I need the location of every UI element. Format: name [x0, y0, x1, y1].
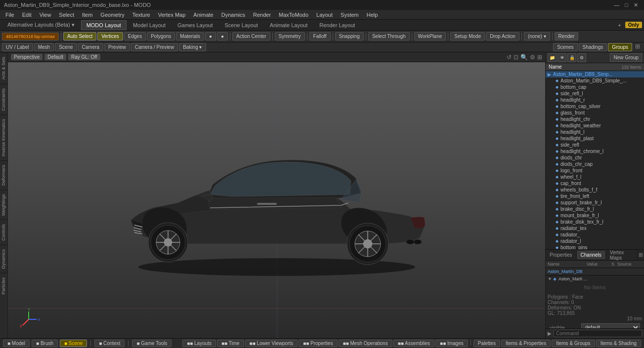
controls-tab[interactable]: Controls [0, 220, 7, 245]
menu-item-file[interactable]: File [2, 11, 18, 19]
menu-item-animate[interactable]: Animate [190, 11, 216, 19]
settings-view-icon[interactable]: ⚙ [530, 54, 535, 61]
visible-select[interactable]: default [581, 323, 640, 328]
tree-item-10[interactable]: ◆side_refl [546, 142, 644, 148]
command-input[interactable] [554, 330, 642, 337]
deformers-tab[interactable]: Deformers [0, 160, 7, 190]
constraints-tab[interactable]: Constraints [0, 84, 7, 115]
mesh-tab[interactable]: Mesh [34, 43, 54, 51]
tree-item-23[interactable]: ◆radiator_tex [546, 225, 644, 232]
menu-item-dynamics[interactable]: Dynamics [218, 11, 249, 19]
workplane-btn[interactable]: WorkPlane [414, 32, 446, 40]
scene-tab[interactable]: Scene [55, 43, 77, 51]
add-layout-btn[interactable]: + [616, 22, 623, 28]
mesh-ops-tab[interactable]: ■■ Mesh Operations [339, 340, 392, 347]
rp-settings-icon[interactable]: ⚙ [577, 53, 586, 62]
menu-item-vertex-map[interactable]: Vertex Map [155, 11, 189, 19]
menu-item-select[interactable]: Select [55, 11, 78, 19]
expand-icon[interactable]: ⊞ [633, 43, 642, 51]
acts-sets-tab[interactable]: Acts & Sets [0, 52, 7, 84]
rp-folder-icon[interactable]: 📁 [548, 53, 557, 62]
symmetry-btn[interactable]: Symmetry [275, 32, 305, 40]
channel-root-row[interactable]: Aston_Martin_DB [546, 268, 644, 275]
tree-item-7[interactable]: ◆headlight_weather [546, 122, 644, 129]
layouts-tab[interactable]: ■■ Layouts [182, 340, 216, 347]
dot1-btn[interactable]: ● [205, 32, 216, 40]
render-btn[interactable]: Render [555, 32, 579, 40]
tree-item-8[interactable]: ◆headlight_l [546, 129, 644, 135]
tree-item-0[interactable]: ◆Aston_Martin_DB9_Simple_... [546, 77, 644, 84]
layout-tab-render[interactable]: Render Layout [314, 20, 360, 30]
maximize-btn[interactable]: □ [625, 2, 628, 8]
layout-tab-scene[interactable]: Scene Layout [219, 20, 263, 30]
tree-item-24[interactable]: ◆radiator_ [546, 232, 644, 238]
menu-item-edit[interactable]: Edit [19, 11, 35, 19]
3d-viewport[interactable]: X Y Z [8, 62, 545, 338]
menu-item-geometry[interactable]: Geometry [97, 11, 128, 19]
group-expand-icon[interactable]: ▼ [548, 276, 552, 281]
reset-view-icon[interactable]: ↺ [507, 54, 512, 61]
layout-tab-modo[interactable]: MODO Layout [81, 20, 127, 30]
fit-view-icon[interactable]: ⊡ [514, 54, 518, 61]
menu-item-texture[interactable]: Texture [129, 11, 154, 19]
tree-item-25[interactable]: ◆radiator_l [546, 238, 644, 244]
menu-item-layout[interactable]: Layout [313, 11, 336, 19]
inverse-kinematics-tab[interactable]: Inverse Kinematics [0, 115, 7, 160]
snapping-btn[interactable]: Snapping [335, 32, 364, 40]
vertex-maps-tab[interactable]: Vertex Maps [606, 248, 638, 262]
game-tools-tab[interactable]: ■ Game Tools [132, 340, 172, 347]
items-groups-tab[interactable]: Items & Groups [552, 340, 595, 347]
expand-view-icon[interactable]: ⊞ [537, 54, 542, 61]
menu-item-view[interactable]: View [36, 11, 55, 19]
tree-item-12[interactable]: ◆diods_chr [546, 155, 644, 161]
perspective-tab[interactable]: Perspective [11, 54, 43, 60]
default-tab[interactable]: Default [44, 54, 66, 60]
setup-mode-btn[interactable]: Setup Mode [450, 32, 485, 40]
new-group-btn[interactable]: New Group [610, 53, 642, 62]
images-tab[interactable]: ■■ Images [435, 340, 468, 347]
menu-item-item[interactable]: Item [79, 11, 96, 19]
tree-item-21[interactable]: ◆mount_brake_fr_l [546, 212, 644, 219]
tree-item-18[interactable]: ◆tire_front_left [546, 193, 644, 199]
assemblies-tab[interactable]: ■■ Assemblies [393, 340, 434, 347]
menu-item-maxtomodo[interactable]: MaxToModo [275, 11, 312, 19]
menu-item-help[interactable]: Help [363, 11, 382, 19]
layout-tab-model[interactable]: Model Layout [128, 20, 171, 30]
layout-tab-animate[interactable]: Animate Layout [264, 20, 313, 30]
dynamics-tab[interactable]: Dynamics [0, 245, 7, 273]
preview-tab[interactable]: Preview [104, 43, 130, 51]
scenes-tab[interactable]: Scenes [553, 43, 577, 51]
baking-tab[interactable]: Baking ▾ [179, 43, 206, 51]
tree-item-11[interactable]: ◆headlight_chrome_l [546, 148, 644, 155]
tree-item-13[interactable]: ◆diods_chr_cap [546, 161, 644, 167]
tree-item-9[interactable]: ◆headlight_plast [546, 135, 644, 142]
menu-item-system[interactable]: System [337, 11, 362, 19]
layer-unmax-tag[interactable]: 48146780318:lay-unmax [2, 33, 59, 40]
action-center-btn[interactable]: Action Center [232, 32, 270, 40]
tree-item-15[interactable]: ◆wheel_f_l [546, 174, 644, 180]
materials-btn[interactable]: Materials [176, 32, 204, 40]
layout-tab-games[interactable]: Games Layout [172, 20, 218, 30]
drop-action-btn[interactable]: Drop Action [486, 32, 519, 40]
polygons-btn[interactable]: Polygons [147, 32, 175, 40]
particles-tab[interactable]: Particles [0, 273, 7, 299]
layout-tab-alternative[interactable]: Alternative Layouts (Beta) ▾ [2, 20, 80, 30]
close-btn[interactable]: ✕ [634, 2, 638, 8]
channels-tab[interactable]: Channels [577, 251, 606, 259]
tree-item-16[interactable]: ◆cap_front [546, 180, 644, 187]
menu-item-render[interactable]: Render [250, 11, 274, 19]
shadings-tab[interactable]: Shadings [579, 43, 607, 51]
auto-select-btn[interactable]: Auto Select [63, 32, 96, 40]
scene-bottom-tab[interactable]: ■ Scene [60, 340, 87, 347]
rp-eye-icon[interactable]: 👁 [558, 53, 566, 62]
lower-viewports-tab[interactable]: ■■ Lower Viewports [245, 340, 298, 347]
minimize-btn[interactable]: — [614, 2, 619, 8]
time-tab[interactable]: ■■ Time [217, 340, 244, 347]
camera-tab[interactable]: Camera [78, 43, 104, 51]
tree-item-22[interactable]: ◆brake_disk_tex_fr_l [546, 219, 644, 225]
select-through-btn[interactable]: Select Through [368, 32, 410, 40]
tree-item-4[interactable]: ◆bottom_cap_silver [546, 103, 644, 110]
tree-item-17[interactable]: ◆wheels_bolts_f_f [546, 187, 644, 193]
rp-lock-icon[interactable]: 🔒 [567, 53, 576, 62]
tree-item-3[interactable]: ◆headlight_r [546, 97, 644, 103]
